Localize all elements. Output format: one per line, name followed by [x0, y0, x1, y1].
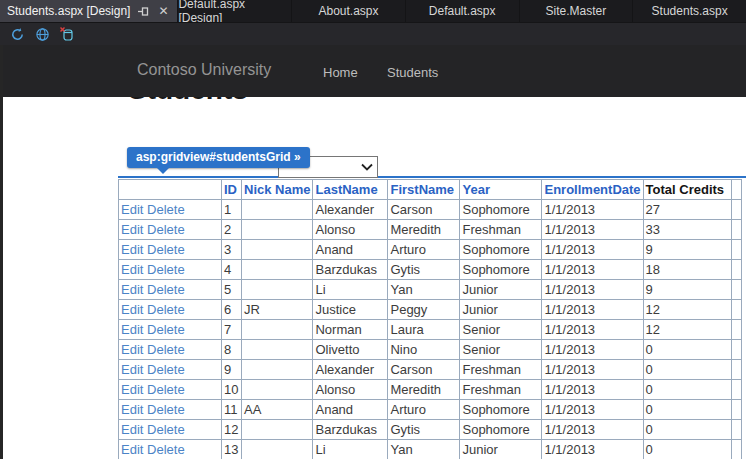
student-row: Edit Delete3AnandArturoSophomore1/1/2013… — [119, 240, 742, 260]
row-actions: Edit Delete — [119, 240, 222, 260]
cell-year: Freshman — [460, 220, 542, 240]
edit-link[interactable]: Edit — [121, 382, 143, 397]
cell-credits: 0 — [643, 380, 731, 400]
delete-link[interactable]: Delete — [147, 322, 185, 337]
cell-first: Arturo — [388, 400, 460, 420]
cell-id: 6 — [222, 300, 242, 320]
row-actions: Edit Delete — [119, 200, 222, 220]
delete-link[interactable]: Delete — [147, 202, 185, 217]
tab-default-aspx-design-[interactable]: Default.aspx [Design] — [177, 0, 291, 22]
cell-last: Anand — [313, 240, 388, 260]
cell-last: Alonso — [313, 220, 388, 240]
student-row: Edit Delete11AAAnandArturoSophomore1/1/2… — [119, 400, 742, 420]
cell-nick — [242, 380, 313, 400]
delete-link[interactable]: Delete — [147, 262, 185, 277]
col-enrollmentdate[interactable]: EnrollmentDate — [542, 180, 643, 200]
cell-first: Yan — [388, 280, 460, 300]
cell-enrolled: 1/1/2013 — [542, 340, 643, 360]
cell-enrolled: 1/1/2013 — [542, 260, 643, 280]
students-gridview: IDNick NameLastNameFirstNameYearEnrollme… — [118, 179, 742, 459]
cell-first: Carson — [388, 200, 460, 220]
cell-credits: 0 — [643, 400, 731, 420]
edit-link[interactable]: Edit — [121, 282, 143, 297]
delete-data-source-icon[interactable] — [59, 26, 75, 42]
cell-nick — [242, 360, 313, 380]
cell-last: Anand — [313, 400, 388, 420]
delete-link[interactable]: Delete — [147, 302, 185, 317]
edit-link[interactable]: Edit — [121, 262, 143, 277]
delete-link[interactable]: Delete — [147, 402, 185, 417]
edit-link[interactable]: Edit — [121, 402, 143, 417]
tab-label: Default.aspx — [429, 4, 496, 18]
delete-link[interactable]: Delete — [147, 362, 185, 377]
cell-year: Junior — [460, 300, 542, 320]
row-actions: Edit Delete — [119, 280, 222, 300]
col-id[interactable]: ID — [222, 180, 242, 200]
student-row: Edit Delete6JRJusticePeggyJunior1/1/2013… — [119, 300, 742, 320]
row-actions: Edit Delete — [119, 260, 222, 280]
edit-link[interactable]: Edit — [121, 362, 143, 377]
site-header: Contoso University Home Students — [0, 45, 746, 97]
edit-link[interactable]: Edit — [121, 242, 143, 257]
edit-link[interactable]: Edit — [121, 442, 143, 457]
edit-link[interactable]: Edit — [121, 202, 143, 217]
cell-credits: 0 — [643, 420, 731, 440]
cell-credits: 0 — [643, 340, 731, 360]
cell-spacer — [731, 260, 741, 280]
edit-link[interactable]: Edit — [121, 342, 143, 357]
student-row: Edit Delete1AlexanderCarsonSophomore1/1/… — [119, 200, 742, 220]
student-row: Edit Delete12BarzdukasGytisSophomore1/1/… — [119, 420, 742, 440]
col-lastname[interactable]: LastName — [313, 180, 388, 200]
refresh-icon[interactable] — [9, 26, 25, 42]
tab-students-aspx-design[interactable]: Students.aspx [Design] ✕ — [0, 0, 177, 22]
delete-link[interactable]: Delete — [147, 442, 185, 457]
tab-about-aspx[interactable]: About.aspx — [291, 0, 405, 22]
tab-site-master[interactable]: Site.Master — [519, 0, 633, 22]
cell-spacer — [731, 300, 741, 320]
tab-default-aspx[interactable]: Default.aspx — [405, 0, 519, 22]
pin-icon[interactable] — [136, 4, 150, 18]
edit-link[interactable]: Edit — [121, 322, 143, 337]
cell-first: Meredith — [388, 220, 460, 240]
delete-link[interactable]: Delete — [147, 222, 185, 237]
edit-link[interactable]: Edit — [121, 302, 143, 317]
tab-label: Site.Master — [546, 4, 607, 18]
delete-link[interactable]: Delete — [147, 342, 185, 357]
tab-students-aspx[interactable]: Students.aspx — [632, 0, 746, 22]
cell-first: Yan — [388, 440, 460, 459]
cell-spacer — [731, 320, 741, 340]
cell-nick — [242, 320, 313, 340]
edit-link[interactable]: Edit — [121, 222, 143, 237]
cell-enrolled: 1/1/2013 — [542, 440, 643, 459]
cell-year: Senior — [460, 340, 542, 360]
cell-nick — [242, 280, 313, 300]
col-total-credits: Total Credits — [643, 180, 731, 200]
edit-link[interactable]: Edit — [121, 422, 143, 437]
cell-id: 2 — [222, 220, 242, 240]
gridview-control-tag[interactable]: asp:gridview#studentsGrid » — [127, 147, 310, 168]
cell-last: Olivetto — [313, 340, 388, 360]
row-actions: Edit Delete — [119, 340, 222, 360]
cell-credits: 18 — [643, 260, 731, 280]
cell-nick: AA — [242, 400, 313, 420]
delete-link[interactable]: Delete — [147, 382, 185, 397]
nav-students-link[interactable]: Students — [387, 65, 438, 80]
close-icon[interactable]: ✕ — [156, 4, 170, 18]
cell-last: Alexander — [313, 360, 388, 380]
cell-spacer — [731, 360, 741, 380]
cell-spacer — [731, 280, 741, 300]
delete-link[interactable]: Delete — [147, 242, 185, 257]
globe-icon[interactable] — [34, 26, 50, 42]
cell-first: Gytis — [388, 420, 460, 440]
cell-first: Carson — [388, 360, 460, 380]
delete-link[interactable]: Delete — [147, 282, 185, 297]
col-firstname[interactable]: FirstName — [388, 180, 460, 200]
row-actions: Edit Delete — [119, 360, 222, 380]
cell-nick — [242, 420, 313, 440]
vs-designer-window: Students.aspx [Design] ✕ Default.aspx [D… — [0, 0, 746, 459]
cell-id: 7 — [222, 320, 242, 340]
col-nick-name[interactable]: Nick Name — [242, 180, 313, 200]
nav-home-link[interactable]: Home — [323, 65, 358, 80]
delete-link[interactable]: Delete — [147, 422, 185, 437]
col-year[interactable]: Year — [460, 180, 542, 200]
